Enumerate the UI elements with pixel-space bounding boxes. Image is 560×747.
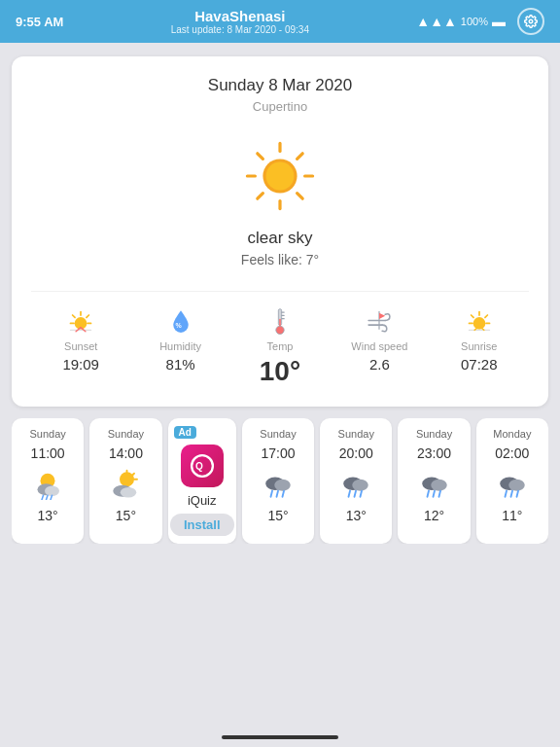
svg-point-28 [472,317,485,330]
stat-wind: Wind speed 2.6 [346,307,412,373]
svg-line-57 [355,491,357,497]
hourly-card-7: Monday 02:00 11° [476,418,548,544]
hourly-time-6: 23:00 [417,445,451,461]
ad-app-icon: Q [181,445,224,487]
last-update: Last update: 8 Mar 2020 - 09:34 [63,24,416,35]
hourly-time-7: 02:00 [495,445,529,461]
hourly-time-1: 11:00 [31,445,65,461]
svg-point-21 [276,326,284,334]
sunrise-value: 07:28 [461,356,498,373]
ad-app-name: iQuiz [188,493,217,508]
svg-line-13 [87,315,88,317]
svg-line-6 [298,194,303,199]
svg-text:Q: Q [195,461,203,472]
hourly-day-1: Sunday [29,428,65,440]
sunrise-icon [466,307,493,337]
status-icons: ▲▲▲ 100% ▬ [416,14,506,29]
svg-point-37 [45,486,59,497]
install-button[interactable]: Install [170,514,234,536]
hourly-icon-1 [30,467,65,502]
hourly-time-2: 14:00 [109,445,143,461]
hourly-card-1: Sunday 11:00 13° [12,418,84,544]
hourly-temp-4: 15° [267,508,288,523]
svg-line-51 [270,491,272,497]
hourly-day-5: Sunday [338,428,374,440]
temp-label: Temp [267,340,294,352]
main-weather-card: Sunday 8 Mar 2020 Cupertino clear sky Fe… [12,56,548,407]
hourly-card-6: Sunday 23:00 12° [398,418,470,544]
stat-humidity: % Humidity 81% [148,307,214,373]
hourly-temp-7: 11° [502,508,522,523]
date-label: Sunday 8 Mar 2020 [31,76,529,95]
app-title: HavaShenasi [63,8,416,24]
home-indicator [222,735,338,739]
svg-point-10 [266,162,295,191]
stats-row: Sunset 19:09 % Humidity 81% [31,291,529,387]
status-time: 9:55 AM [16,15,63,29]
stat-sunrise: Sunrise 07:28 [446,307,512,373]
svg-line-8 [258,194,263,199]
wifi-icon: ▲▲▲ [416,14,457,29]
svg-point-50 [274,480,291,491]
hourly-time-4: 17:00 [261,445,295,461]
wind-value: 2.6 [369,356,390,373]
battery-icon: ▬ [492,14,506,29]
weather-description: clear sky [31,229,529,248]
svg-line-56 [349,491,351,497]
main-content: Sunday 8 Mar 2020 Cupertino clear sky Fe… [0,43,560,557]
wind-label: Wind speed [351,340,407,352]
battery-text: 100% [461,16,488,27]
stat-temp: Temp 10° [247,307,313,387]
hourly-card-4: Sunday 17:00 15° [242,418,314,544]
hourly-temp-6: 12° [424,508,444,523]
svg-line-53 [282,491,284,497]
hourly-card-ad: Ad Q iQuiz Install [168,418,236,544]
hourly-card-5: Sunday 20:00 13° [320,418,392,544]
svg-line-38 [42,495,44,500]
hourly-forecast-row: Sunday 11:00 13° Sunday 14:00 [12,418,548,544]
settings-button[interactable] [517,8,544,35]
hourly-icon-5 [338,467,373,502]
hourly-day-7: Monday [493,428,531,440]
svg-line-52 [276,491,278,497]
sunset-value: 19:09 [62,356,99,373]
hourly-temp-5: 13° [346,508,367,523]
hourly-day-2: Sunday [108,428,144,440]
hourly-icon-6 [417,467,452,502]
sun-icon [241,137,319,215]
hourly-day-6: Sunday [416,428,452,440]
humidity-label: Humidity [159,340,201,352]
svg-line-61 [427,491,429,497]
svg-line-68 [516,491,518,497]
svg-line-39 [47,495,49,500]
hourly-day-4: Sunday [260,428,296,440]
svg-point-55 [353,480,369,491]
humidity-icon: % [169,307,192,337]
svg-point-0 [529,19,533,23]
svg-point-65 [508,480,525,491]
temp-value: 10° [260,356,300,387]
feels-like: Feels like: 7° [31,252,529,267]
hourly-icon-7 [495,467,530,502]
svg-line-30 [485,315,487,317]
svg-line-5 [258,154,263,160]
svg-line-63 [438,491,440,497]
hourly-time-5: 20:00 [339,445,373,461]
svg-line-7 [298,154,303,160]
hourly-temp-1: 13° [38,508,58,523]
svg-line-43 [132,474,134,476]
hourly-icon-4 [261,467,296,502]
status-bar: 9:55 AM HavaShenasi Last update: 8 Mar 2… [0,0,560,43]
hourly-card-2: Sunday 14:00 15° [89,418,161,544]
sunset-icon [67,307,94,337]
app-title-area: HavaShenasi Last update: 8 Mar 2020 - 09… [63,8,416,35]
svg-line-32 [471,315,472,317]
svg-text:%: % [175,322,182,329]
svg-point-60 [431,480,447,491]
ad-badge: Ad [174,426,196,439]
temp-icon [271,307,289,337]
svg-line-40 [51,495,52,500]
wind-icon [366,307,393,337]
hourly-temp-2: 15° [116,508,136,523]
svg-point-46 [121,487,137,498]
